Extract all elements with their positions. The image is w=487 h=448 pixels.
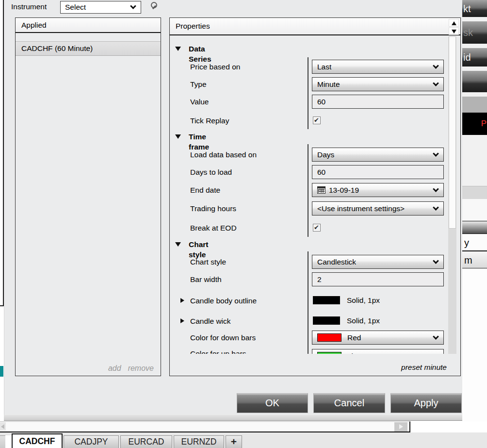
triangle-right-icon[interactable] [180,318,184,323]
background-row [462,269,487,421]
tab-cadjpy[interactable]: CADJPY [64,435,119,448]
triangle-down-icon [175,242,181,247]
background-button-sk[interactable]: sk [462,21,487,44]
color-for-down-bars-dropdown[interactable]: Red [312,331,444,345]
search-icon[interactable] [147,1,159,13]
instrument-select-value: Select [65,1,86,13]
property-row: Bar width 2 [170,272,447,287]
instrument-select[interactable]: Select [60,1,141,14]
bar-width-input[interactable]: 2 [312,272,444,286]
calendar-icon [317,186,325,194]
chevron-down-icon [130,3,136,9]
property-row: Chart style Candlestick [170,255,447,269]
instrument-label: Instrument [11,2,47,11]
applied-item-label: CADCHF (60 Minute) [21,42,93,55]
applied-actions: addremove [108,364,154,373]
check-icon: ✔ [314,224,319,231]
background-row [462,186,487,199]
scroll-right-icon [399,424,403,429]
end-date-dropdown[interactable]: 13-09-19 [312,183,444,197]
property-row: Type Minute [170,77,447,92]
trading-hours-dropdown[interactable]: <Use instrument settings> [312,201,444,216]
properties-panel-header: Properties [170,18,460,35]
background-gray-block [462,97,487,113]
check-icon: ✔ [314,116,319,124]
horizontal-scrollbar[interactable] [0,421,410,432]
tick-replay-checkbox[interactable]: ✔ [313,116,321,124]
screen: Instrument Select Applied CADCHF (60 Min… [0,0,487,448]
applied-panel: Applied CADCHF (60 Minute) addremove [15,17,161,376]
properties-panel-title: Properties [176,18,210,34]
remove-link[interactable]: remove [128,364,154,372]
background-row [462,199,487,221]
break-at-eod-checkbox[interactable]: ✔ [313,224,321,232]
background-menu-item-m[interactable]: m [462,252,487,268]
instrument-tab-bar: CADCHF CADJPY EURCAD EURNZD + [0,432,487,448]
scroll-down-button[interactable] [449,27,459,35]
color-swatch [317,352,341,354]
property-row: Days to load 60 [170,165,447,180]
triangle-down-icon [175,134,181,139]
tab-eurcad[interactable]: EURCAD [120,435,172,448]
ok-button[interactable]: OK [237,393,308,413]
property-row: Candle body outline Solid, 1px [170,294,447,308]
property-row: Candle wick Solid, 1px [170,314,447,329]
properties-panel: Properties Data Series Price base [169,17,461,376]
triangle-right-icon[interactable] [180,298,184,303]
apply-button[interactable]: Apply [390,393,462,413]
chevron-down-icon [433,80,439,86]
properties-content: Data Series Price based on Last Type Min… [170,36,447,354]
scroll-up-icon [452,21,456,25]
applied-list-item[interactable]: CADCHF (60 Minute) [16,41,161,56]
chevron-down-icon [433,186,439,192]
color-swatch [317,333,341,342]
scroll-down-icon [452,30,456,33]
price-based-on-dropdown[interactable]: Last [312,60,444,74]
property-row: Value 60 [170,95,447,109]
color-for-up-bars-dropdown[interactable]: LimeGreen [312,349,444,354]
chevron-down-icon [433,352,439,354]
background-price-display: P [462,113,487,135]
property-row: Price based on Last [170,60,447,74]
days-to-load-input[interactable]: 60 [312,165,444,179]
property-row: Tick Replay ✔ [170,116,447,130]
background-teal-fragment [0,366,3,377]
chevron-down-icon [433,258,439,264]
tab-gap [5,435,12,448]
scrollbar-thumb[interactable] [449,36,456,229]
add-link[interactable]: add [108,364,121,372]
type-dropdown[interactable]: Minute [312,77,444,91]
background-button-kt[interactable]: kt [462,0,487,17]
chevron-down-icon [433,333,439,340]
scroll-left-button[interactable] [0,422,6,431]
data-series-dialog: Instrument Select Applied CADCHF (60 Min… [4,0,462,420]
dialog-bottom-edge [4,415,462,421]
scroll-up-button[interactable] [449,19,459,27]
background-button-id[interactable]: id [462,48,487,66]
load-data-based-on-dropdown[interactable]: Days [312,148,444,162]
add-tab-button[interactable]: + [226,435,242,448]
background-menu-item-y[interactable]: y [462,234,487,251]
value-input[interactable]: 60 [312,95,444,109]
property-row: Break at EOD ✔ [170,223,447,237]
tab-eurnzd[interactable]: EURNZD [174,435,224,448]
background-separator-bar [462,221,487,234]
chevron-down-icon [433,150,439,157]
cancel-button[interactable]: Cancel [313,393,385,413]
triangle-down-icon [175,47,181,51]
property-row: Color for up bars LimeGreen [170,349,447,354]
scroll-left-icon [1,424,4,429]
applied-panel-header: Applied [16,18,161,33]
tab-cadchf[interactable]: CADCHF [12,433,63,448]
properties-scrollbar[interactable] [448,36,456,354]
color-swatch [313,316,340,325]
chart-style-dropdown[interactable]: Candlestick [312,255,444,269]
applied-panel-title: Applied [21,18,47,32]
background-button-blank[interactable] [462,71,487,92]
property-row: End date 13-09-19 [170,183,447,198]
scroll-right-button[interactable] [394,422,407,431]
tab-stub [0,435,5,448]
chevron-down-icon [433,204,439,211]
preset-label: preset minute [401,363,447,372]
property-row: Trading hours <Use instrument settings> [170,201,447,216]
